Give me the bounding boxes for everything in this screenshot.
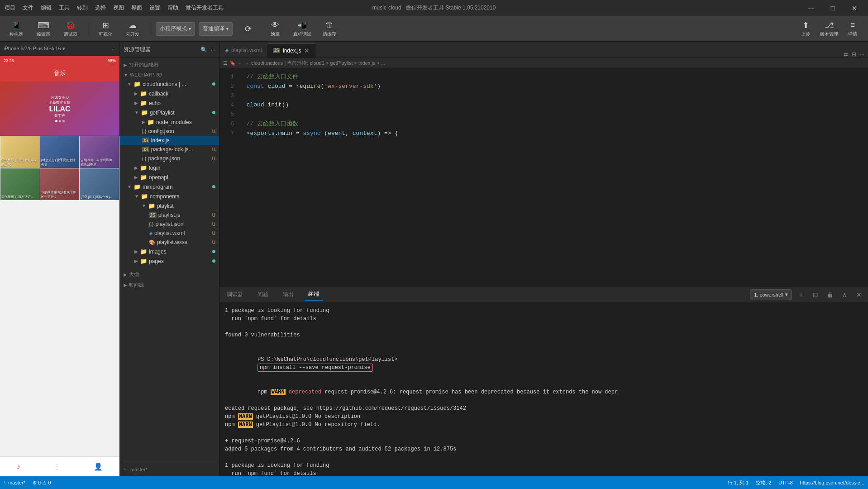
terminal-trash-button[interactable]: 🗑 xyxy=(825,289,835,300)
terminal-add-button[interactable]: + xyxy=(796,289,806,300)
phone-topbar-more-icon[interactable]: ··· xyxy=(112,46,116,52)
menu-编辑[interactable]: 编辑 xyxy=(41,4,52,12)
close-button[interactable]: ✕ xyxy=(845,0,863,16)
tree-item-pages[interactable]: ▶ 📁 pages xyxy=(120,256,219,266)
phone-model-label[interactable]: iPhone 6/7/8 Plus 50% 16 ▾ xyxy=(4,46,65,52)
breadcrumb-icon-forward[interactable]: → xyxy=(244,60,249,66)
menu-文件[interactable]: 文件 xyxy=(23,4,33,12)
tree-item-packagelock[interactable]: JS package-lock.js... U xyxy=(120,145,219,154)
tree-item-indexjs[interactable]: JS index.js xyxy=(120,136,219,145)
cloud-button[interactable]: ☁ 云开发 xyxy=(121,18,144,40)
visualize-button[interactable]: ⊞ 可视化 xyxy=(94,18,117,40)
pages-folder-icon: 📁 xyxy=(140,258,147,264)
simulator-button[interactable]: 📱 模拟器 xyxy=(5,18,28,40)
maximize-button[interactable]: □ xyxy=(824,0,842,16)
status-position[interactable]: 行 1, 列 1 xyxy=(728,479,749,486)
status-errors[interactable]: ⊗ 0 ⚠ 0 xyxy=(33,480,51,486)
compile-dropdown[interactable]: 普通编译 ▾ xyxy=(199,22,233,36)
tree-item-echo[interactable]: ▶ 📁 echo xyxy=(120,98,219,108)
editor-top-icon-1[interactable]: ⇄ xyxy=(844,51,848,58)
tree-item-packagejson[interactable]: {.} package.json U xyxy=(120,154,219,163)
menu-项目[interactable]: 项目 xyxy=(5,4,15,12)
terminal-shell-dropdown[interactable]: 1: powershell ▾ xyxy=(750,289,792,300)
status-encoding[interactable]: UTF-8 xyxy=(778,480,792,485)
grid-item-1[interactable]: 天气预报了,适当着点亲亲的天气 xyxy=(0,136,40,168)
menu-选择[interactable]: 选择 xyxy=(95,4,106,12)
packagelock-file-icon: JS xyxy=(142,147,149,152)
menu-微信开发者工具[interactable]: 微信开发者工具 xyxy=(186,4,224,12)
terminal-tab-terminal[interactable]: 终端 xyxy=(305,288,323,301)
tree-item-playlistwxml[interactable]: ◈ playlist.wxml U xyxy=(120,229,219,238)
phone-tab-music[interactable]: ♪ xyxy=(17,463,20,471)
version-button[interactable]: ⎇ 版本管理 xyxy=(818,18,840,40)
menu-界面[interactable]: 界面 xyxy=(131,4,142,12)
term-line-12: + request-promise@4.2.6 xyxy=(225,437,863,445)
status-url[interactable]: https://blog.csdn.net/dessie... xyxy=(800,480,864,485)
file-branch-icon: ⑂ xyxy=(124,467,127,472)
phone-statusbar: 23:23 98% xyxy=(0,56,119,65)
breadcrumb-icon-back[interactable]: ← xyxy=(238,60,243,66)
remote-button[interactable]: 📲 真机调试 xyxy=(291,18,314,40)
section-timeline[interactable]: ▶ 时间线 xyxy=(120,280,219,290)
tree-item-nodemodules[interactable]: ▶ 📁 node_modules xyxy=(120,117,219,127)
minimize-button[interactable]: — xyxy=(802,0,820,16)
tree-item-cloudfunctions[interactable]: ▼ 📁 cloudfunctions | ... xyxy=(120,79,219,89)
file-panel-search-icon[interactable]: 🔍 xyxy=(200,47,207,53)
terminal-split-button[interactable]: ⊟ xyxy=(810,289,821,300)
detail-button[interactable]: ≡ 详情 xyxy=(842,18,863,40)
tree-item-login[interactable]: ▶ 📁 login xyxy=(120,163,219,173)
terminal-up-button[interactable]: ∧ xyxy=(839,289,850,300)
tree-item-openapi[interactable]: ▶ 📁 openapi xyxy=(120,173,219,182)
tree-item-miniprogram[interactable]: ▼ 📁 miniprogram xyxy=(120,182,219,192)
upload-button[interactable]: ⬆ 上传 xyxy=(795,18,816,40)
file-tree: ▶ 打开的编辑器 ▼ WECHATPRO ▼ 📁 cloudfunctions … xyxy=(120,58,219,462)
grid-item-4[interactable]: 天气预报了,日本话语... xyxy=(0,168,40,200)
editor-button[interactable]: ⌨ 编辑器 xyxy=(32,18,55,40)
menu-转到[interactable]: 转到 xyxy=(77,4,88,12)
section-open-editors[interactable]: ▶ 打开的编辑器 xyxy=(120,60,219,70)
file-panel-more-icon[interactable]: ··· xyxy=(211,47,215,53)
tree-item-getplaylist[interactable]: ▼ 📁 getPlaylist xyxy=(120,108,219,117)
refresh-button[interactable]: ⟳ xyxy=(236,18,260,40)
terminal-tab-output[interactable]: 输出 xyxy=(279,289,297,300)
grid-item-3[interactable]: 告别演出：与你明风声，感觉以夜星 xyxy=(80,136,119,168)
tree-item-components[interactable]: ▼ 📁 components xyxy=(120,192,219,201)
menu-设置[interactable]: 设置 xyxy=(149,4,160,12)
grid-item-2[interactable]: {时空旅行} 爱手爱的空隙去者 xyxy=(40,136,80,168)
status-spaces[interactable]: 空格: 2 xyxy=(756,479,771,486)
tree-item-playlist[interactable]: ▼ 📁 playlist xyxy=(120,201,219,211)
playlistjs-file-icon: JS xyxy=(149,212,157,218)
code-editor[interactable]: // 云函数入口文件 const cloud = require('wx-ser… xyxy=(236,69,868,286)
tab-index-js[interactable]: JS index.js ✕ xyxy=(267,43,315,58)
preview-button[interactable]: 👁 预览 xyxy=(263,18,287,40)
terminal-tab-debugger[interactable]: 调试器 xyxy=(223,289,247,300)
menu-帮助[interactable]: 帮助 xyxy=(167,4,178,12)
playlistjs-badge-u: U xyxy=(212,213,215,218)
tree-item-config[interactable]: {.} config.json U xyxy=(120,127,219,136)
terminal-tab-issues[interactable]: 问题 xyxy=(254,289,272,300)
tree-item-playlistjs[interactable]: JS playlist.js U xyxy=(120,211,219,220)
tree-item-playlistjson[interactable]: {.} playlist.json U xyxy=(120,220,219,229)
section-outline[interactable]: ▶ 大纲 xyxy=(120,269,219,280)
grid-item-6[interactable]: [乐队]参了[乐队合奏]... xyxy=(80,168,119,200)
terminal-content[interactable]: 1 package is looking for funding run `np… xyxy=(219,303,868,476)
status-branch[interactable]: ⑂ master* xyxy=(4,480,25,485)
tree-item-images[interactable]: ▶ 📁 images xyxy=(120,247,219,256)
clear-button[interactable]: 🗑 清缓存 xyxy=(318,18,341,40)
tree-item-callback[interactable]: ▶ 📁 callback xyxy=(120,89,219,98)
tab-close-icon[interactable]: ✕ xyxy=(304,47,310,54)
debugger-button[interactable]: 🐞 调试器 xyxy=(59,18,82,40)
editor-top-icon-more[interactable]: ··· xyxy=(860,51,864,58)
phone-tab-profile[interactable]: 👤 xyxy=(94,462,103,471)
menu-视图[interactable]: 视图 xyxy=(113,4,124,12)
menu-工具[interactable]: 工具 xyxy=(59,4,70,12)
editor-top-icon-2[interactable]: ⊟ xyxy=(852,51,856,58)
tab-playlist-wxml[interactable]: ◈ playlist.wxml xyxy=(219,43,267,58)
tree-item-playlistwxss[interactable]: 🎨 playlist.wxss U xyxy=(120,238,219,247)
grid-item-5[interactable]: 你的两看里有没有属于你的一首歌？ xyxy=(40,168,80,200)
terminal-close-button[interactable]: ✕ xyxy=(854,289,864,300)
section-wechatpro[interactable]: ▼ WECHATPRO xyxy=(120,70,219,79)
mode-dropdown[interactable]: 小程序模式 ▾ xyxy=(156,22,195,36)
phone-tab-list[interactable]: ⋮ xyxy=(53,462,61,471)
debugger-icon: 🐞 xyxy=(66,20,76,30)
